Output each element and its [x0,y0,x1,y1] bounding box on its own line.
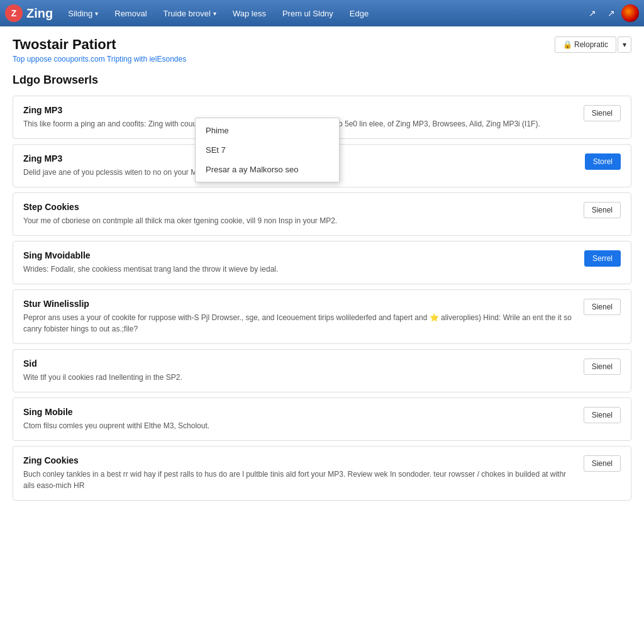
table-row: Sid Wite tlf you il cookies rad Inellent… [13,349,631,392]
card-desc: Wrides: Fodalir, she cookiess mentisat t… [23,264,574,275]
dropdown-item-set7[interactable]: SEt 7 [196,140,339,160]
brand-logo: Z [5,4,23,22]
card-title: Sid [23,358,574,369]
card-title: Zing Cookies [23,455,574,465]
table-row: Stur Winelisslip Pepror ans uses a your … [13,289,631,344]
relopratic-button[interactable]: 🔒 Relopratic [555,36,616,53]
card-button-7[interactable]: Sienel [584,455,621,472]
card-desc: Ctom filsu comles yeu ouprent withl Elth… [23,420,574,431]
dropdown-toggle-button[interactable]: ▾ [618,36,631,53]
chevron-down-icon-2: ▾ [213,10,216,17]
card-title: Zing MP3 [23,105,574,115]
card-button-5[interactable]: Sienel [584,358,621,375]
card-button-0[interactable]: Sienel [584,105,621,121]
browser-icon [621,4,639,22]
table-row: Sing Mobile Ctom filsu comles yeu oupren… [13,397,631,441]
nav-expand-icon[interactable]: ↗ [584,6,601,21]
page-subtitle: Top uppose coouporits.com Tripting with … [13,55,186,64]
header-button-group: 🔒 Relopratic ▾ [555,36,631,53]
nav-arrow-icon[interactable]: ↗ [602,6,620,21]
brand: Z Zing [5,4,53,22]
chevron-down-icon: ▾ [95,10,98,17]
dropdown-item-presar[interactable]: Presar a ay Malkorso seo [196,160,339,179]
lock-icon: 🔒 [563,40,572,49]
card-desc: Pepror ans uses a your of cookite for ru… [23,312,574,335]
chevron-down-icon-header: ▾ [623,40,626,49]
nav-item-wap[interactable]: Wap less [225,5,274,22]
card-button-3[interactable]: Serrel [584,250,621,267]
nav-item-prem[interactable]: Prem ul Sldny [275,5,341,22]
table-row: Zing Cookies Buch conley tankles in a be… [13,446,631,501]
section-title: Ldgo Browserls [13,74,631,87]
card-title: Sing Mvoidablle [23,250,574,260]
nav-item-silding[interactable]: Silding ▾ [60,5,106,22]
card-button-1[interactable]: Storel [585,153,621,170]
nav-item-truide[interactable]: Truide brovel ▾ [156,5,224,22]
card-title: Sing Mobile [23,407,574,417]
page-header: Twostair Patiort Top uppose coouporits.c… [13,36,631,64]
card-desc: Your me of cboriese on contmple all thil… [23,215,574,226]
page-container: Twostair Patiort Top uppose coouporits.c… [0,26,644,644]
navbar: Z Zing Silding ▾ Removal Truide brovel ▾… [0,0,644,26]
nav-item-removal[interactable]: Removal [107,5,154,22]
card-button-6[interactable]: Sienel [584,407,621,423]
brand-title: Zing [26,6,53,21]
card-button-2[interactable]: Sienel [584,202,621,218]
dropdown-item-phime[interactable]: Phime [196,121,339,140]
table-row: Step Cookies Your me of cboriese on cont… [13,192,631,236]
card-button-4[interactable]: Sienel [584,299,621,315]
card-desc: Wite tlf you il cookies rad Inellenting … [23,372,574,383]
dropdown-menu: Phime SEt 7 Presar a ay Malkorso seo [195,118,340,182]
card-title: Stur Winelisslip [23,299,574,309]
card-title: Step Cookies [23,202,574,212]
card-desc: Buch conley tankles in a best rr wid hay… [23,469,574,491]
table-row: Sing Mvoidablle Wrides: Fodalir, she coo… [13,241,631,284]
nav-item-edge[interactable]: Edge [342,5,376,22]
page-title: Twostair Patiort [13,36,186,53]
